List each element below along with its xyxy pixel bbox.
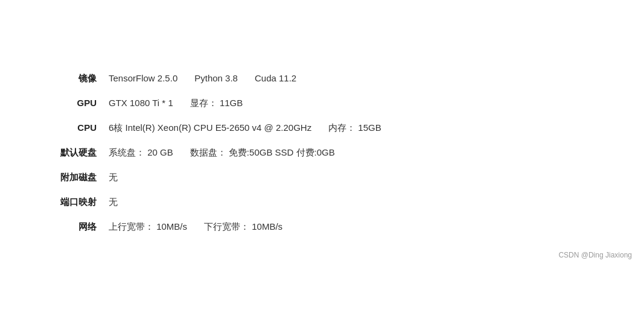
- value-item-extra-disk-0: 无: [109, 172, 118, 182]
- info-container: 镜像TensorFlow 2.5.0Python 3.8Cuda 11.2GPU…: [0, 55, 644, 264]
- value-extra-disk: 无: [109, 172, 135, 183]
- label-cpu: CPU: [36, 122, 97, 133]
- label-port-mapping: 端口映射: [36, 197, 97, 208]
- value-item-port-mapping-0: 无: [109, 197, 118, 207]
- label-extra-disk: 附加磁盘: [36, 172, 97, 183]
- watermark: CSDN @Ding Jiaxiong: [558, 251, 632, 259]
- row-network: 网络上行宽带： 10MB/s下行宽带： 10MB/s: [36, 221, 608, 233]
- value-item-gpu-0: GTX 1080 Ti * 1: [109, 98, 173, 108]
- label-mirror: 镜像: [36, 73, 97, 84]
- value-cpu: 6核 Intel(R) Xeon(R) CPU E5-2650 v4 @ 2.2…: [109, 122, 398, 134]
- row-default-disk: 默认硬盘系统盘： 20 GB数据盘： 免费:50GB SSD 付费:0GB: [36, 147, 608, 159]
- label-gpu: GPU: [36, 98, 97, 108]
- row-gpu: GPUGTX 1080 Ti * 1显存： 11GB: [36, 98, 608, 109]
- value-item-network-0: 上行宽带： 10MB/s: [109, 221, 187, 232]
- value-mirror: TensorFlow 2.5.0Python 3.8Cuda 11.2: [109, 73, 313, 83]
- row-mirror: 镜像TensorFlow 2.5.0Python 3.8Cuda 11.2: [36, 73, 608, 84]
- value-network: 上行宽带： 10MB/s下行宽带： 10MB/s: [109, 221, 299, 233]
- value-item-mirror-0: TensorFlow 2.5.0: [109, 73, 177, 83]
- value-item-network-1: 下行宽带： 10MB/s: [204, 221, 282, 232]
- value-item-cpu-1: 内存： 15GB: [328, 122, 381, 133]
- label-network: 网络: [36, 221, 97, 233]
- row-port-mapping: 端口映射无: [36, 197, 608, 208]
- value-item-mirror-2: Cuda 11.2: [255, 73, 296, 83]
- row-extra-disk: 附加磁盘无: [36, 172, 608, 183]
- value-item-cpu-0: 6核 Intel(R) Xeon(R) CPU E5-2650 v4 @ 2.2…: [109, 122, 311, 133]
- value-item-default-disk-1: 数据盘： 免费:50GB SSD 付费:0GB: [190, 147, 335, 157]
- label-default-disk: 默认硬盘: [36, 147, 97, 159]
- value-default-disk: 系统盘： 20 GB数据盘： 免费:50GB SSD 付费:0GB: [109, 147, 352, 159]
- row-cpu: CPU6核 Intel(R) Xeon(R) CPU E5-2650 v4 @ …: [36, 122, 608, 134]
- value-item-default-disk-0: 系统盘： 20 GB: [109, 147, 173, 157]
- value-gpu: GTX 1080 Ti * 1显存： 11GB: [109, 98, 260, 109]
- value-item-mirror-1: Python 3.8: [194, 73, 238, 83]
- value-port-mapping: 无: [109, 197, 135, 208]
- value-item-gpu-1: 显存： 11GB: [190, 98, 243, 108]
